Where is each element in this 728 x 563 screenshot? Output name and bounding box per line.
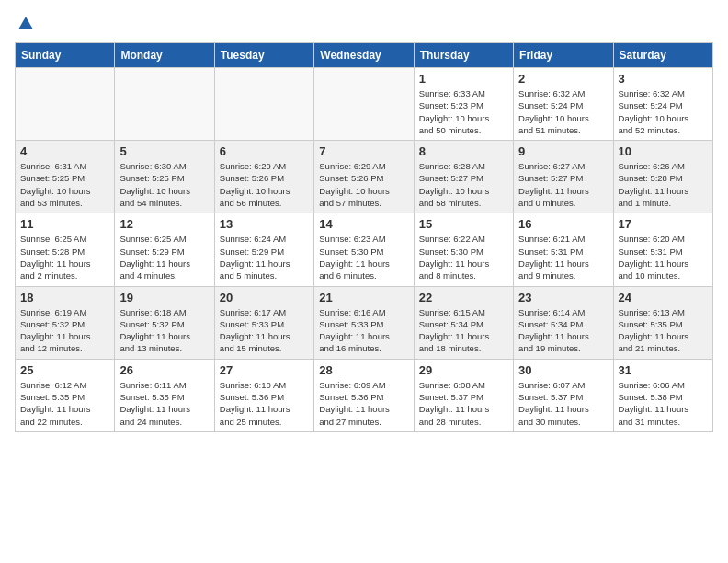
calendar-day-cell: 24Sunrise: 6:13 AM Sunset: 5:35 PM Dayli… — [613, 286, 712, 359]
day-info: Sunrise: 6:32 AM Sunset: 5:24 PM Dayligh… — [518, 87, 608, 136]
day-info: Sunrise: 6:17 AM Sunset: 5:33 PM Dayligh… — [220, 306, 309, 355]
day-number: 18 — [20, 291, 109, 304]
day-info: Sunrise: 6:18 AM Sunset: 5:32 PM Dayligh… — [119, 306, 209, 355]
calendar-day-cell: 29Sunrise: 6:08 AM Sunset: 5:37 PM Dayli… — [414, 359, 513, 431]
day-info: Sunrise: 6:11 AM Sunset: 5:35 PM Dayligh… — [119, 379, 209, 428]
svg-marker-0 — [18, 17, 33, 29]
calendar-day-cell — [214, 68, 313, 141]
day-number: 2 — [518, 72, 608, 86]
calendar-day-cell: 25Sunrise: 6:12 AM Sunset: 5:35 PM Dayli… — [16, 359, 115, 431]
calendar-day-cell: 31Sunrise: 6:06 AM Sunset: 5:38 PM Dayli… — [613, 359, 712, 431]
day-info: Sunrise: 6:12 AM Sunset: 5:35 PM Dayligh… — [20, 379, 109, 428]
calendar-day-cell: 15Sunrise: 6:22 AM Sunset: 5:30 PM Dayli… — [414, 213, 513, 286]
day-number: 28 — [319, 363, 408, 377]
day-info: Sunrise: 6:06 AM Sunset: 5:38 PM Dayligh… — [619, 379, 708, 428]
calendar-day-cell — [115, 68, 214, 141]
calendar-day-cell: 20Sunrise: 6:17 AM Sunset: 5:33 PM Dayli… — [214, 286, 313, 359]
logo — [15, 15, 35, 33]
day-info: Sunrise: 6:25 AM Sunset: 5:29 PM Dayligh… — [119, 233, 209, 282]
calendar-day-cell: 2Sunrise: 6:32 AM Sunset: 5:24 PM Daylig… — [514, 68, 613, 141]
column-header-saturday: Saturday — [613, 43, 712, 68]
day-number: 19 — [119, 291, 209, 304]
calendar-day-cell: 16Sunrise: 6:21 AM Sunset: 5:31 PM Dayli… — [514, 213, 613, 286]
day-info: Sunrise: 6:25 AM Sunset: 5:28 PM Dayligh… — [20, 233, 109, 282]
day-number: 15 — [419, 217, 508, 231]
day-info: Sunrise: 6:16 AM Sunset: 5:33 PM Dayligh… — [319, 306, 408, 355]
day-number: 26 — [119, 363, 209, 377]
day-info: Sunrise: 6:30 AM Sunset: 5:25 PM Dayligh… — [119, 160, 209, 209]
calendar-header-row: SundayMondayTuesdayWednesdayThursdayFrid… — [16, 43, 713, 68]
calendar-day-cell: 1Sunrise: 6:33 AM Sunset: 5:23 PM Daylig… — [414, 68, 513, 141]
day-number: 13 — [220, 217, 309, 231]
day-info: Sunrise: 6:07 AM Sunset: 5:37 PM Dayligh… — [518, 379, 608, 428]
calendar-day-cell: 13Sunrise: 6:24 AM Sunset: 5:29 PM Dayli… — [214, 213, 313, 286]
calendar-day-cell: 22Sunrise: 6:15 AM Sunset: 5:34 PM Dayli… — [414, 286, 513, 359]
column-header-friday: Friday — [514, 43, 613, 68]
calendar-day-cell: 12Sunrise: 6:25 AM Sunset: 5:29 PM Dayli… — [115, 213, 214, 286]
column-header-sunday: Sunday — [16, 43, 115, 68]
column-header-tuesday: Tuesday — [214, 43, 313, 68]
day-number: 20 — [220, 291, 309, 304]
day-info: Sunrise: 6:15 AM Sunset: 5:34 PM Dayligh… — [419, 306, 508, 355]
day-number: 12 — [119, 217, 209, 231]
day-info: Sunrise: 6:26 AM Sunset: 5:28 PM Dayligh… — [619, 160, 708, 209]
day-info: Sunrise: 6:23 AM Sunset: 5:30 PM Dayligh… — [319, 233, 408, 282]
calendar-day-cell: 28Sunrise: 6:09 AM Sunset: 5:36 PM Dayli… — [314, 359, 414, 431]
day-number: 3 — [619, 72, 708, 86]
day-info: Sunrise: 6:29 AM Sunset: 5:26 PM Dayligh… — [220, 160, 309, 209]
day-number: 5 — [119, 144, 209, 158]
day-number: 11 — [20, 217, 109, 231]
day-number: 27 — [220, 363, 309, 377]
calendar-day-cell: 6Sunrise: 6:29 AM Sunset: 5:26 PM Daylig… — [214, 141, 313, 213]
calendar-week-row: 1Sunrise: 6:33 AM Sunset: 5:23 PM Daylig… — [16, 68, 713, 141]
day-number: 16 — [518, 217, 608, 231]
day-number: 10 — [619, 144, 708, 158]
calendar-week-row: 18Sunrise: 6:19 AM Sunset: 5:32 PM Dayli… — [16, 286, 713, 359]
calendar-day-cell: 17Sunrise: 6:20 AM Sunset: 5:31 PM Dayli… — [613, 213, 712, 286]
calendar-day-cell: 9Sunrise: 6:27 AM Sunset: 5:27 PM Daylig… — [514, 141, 613, 213]
calendar-day-cell: 21Sunrise: 6:16 AM Sunset: 5:33 PM Dayli… — [314, 286, 414, 359]
day-info: Sunrise: 6:19 AM Sunset: 5:32 PM Dayligh… — [20, 306, 109, 355]
calendar-week-row: 4Sunrise: 6:31 AM Sunset: 5:25 PM Daylig… — [16, 141, 713, 213]
logo-icon — [17, 15, 35, 33]
calendar-week-row: 25Sunrise: 6:12 AM Sunset: 5:35 PM Dayli… — [16, 359, 713, 431]
day-info: Sunrise: 6:28 AM Sunset: 5:27 PM Dayligh… — [419, 160, 508, 209]
day-info: Sunrise: 6:21 AM Sunset: 5:31 PM Dayligh… — [518, 233, 608, 282]
day-number: 17 — [619, 217, 708, 231]
day-info: Sunrise: 6:20 AM Sunset: 5:31 PM Dayligh… — [619, 233, 708, 282]
day-number: 29 — [419, 363, 508, 377]
day-info: Sunrise: 6:08 AM Sunset: 5:37 PM Dayligh… — [419, 379, 508, 428]
day-number: 31 — [619, 363, 708, 377]
calendar-day-cell: 30Sunrise: 6:07 AM Sunset: 5:37 PM Dayli… — [514, 359, 613, 431]
calendar-day-cell: 4Sunrise: 6:31 AM Sunset: 5:25 PM Daylig… — [16, 141, 115, 213]
calendar-day-cell: 19Sunrise: 6:18 AM Sunset: 5:32 PM Dayli… — [115, 286, 214, 359]
day-info: Sunrise: 6:22 AM Sunset: 5:30 PM Dayligh… — [419, 233, 508, 282]
calendar-day-cell: 18Sunrise: 6:19 AM Sunset: 5:32 PM Dayli… — [16, 286, 115, 359]
day-number: 4 — [20, 144, 109, 158]
calendar-day-cell: 26Sunrise: 6:11 AM Sunset: 5:35 PM Dayli… — [115, 359, 214, 431]
day-number: 9 — [518, 144, 608, 158]
calendar-day-cell: 3Sunrise: 6:32 AM Sunset: 5:24 PM Daylig… — [613, 68, 712, 141]
calendar-day-cell: 7Sunrise: 6:29 AM Sunset: 5:26 PM Daylig… — [314, 141, 414, 213]
calendar-day-cell: 14Sunrise: 6:23 AM Sunset: 5:30 PM Dayli… — [314, 213, 414, 286]
day-info: Sunrise: 6:09 AM Sunset: 5:36 PM Dayligh… — [319, 379, 408, 428]
calendar-day-cell: 27Sunrise: 6:10 AM Sunset: 5:36 PM Dayli… — [214, 359, 313, 431]
day-info: Sunrise: 6:32 AM Sunset: 5:24 PM Dayligh… — [619, 87, 708, 136]
day-number: 14 — [319, 217, 408, 231]
day-number: 25 — [20, 363, 109, 377]
calendar-day-cell: 11Sunrise: 6:25 AM Sunset: 5:28 PM Dayli… — [16, 213, 115, 286]
calendar-week-row: 11Sunrise: 6:25 AM Sunset: 5:28 PM Dayli… — [16, 213, 713, 286]
day-number: 1 — [419, 72, 508, 86]
day-info: Sunrise: 6:24 AM Sunset: 5:29 PM Dayligh… — [220, 233, 309, 282]
day-info: Sunrise: 6:29 AM Sunset: 5:26 PM Dayligh… — [319, 160, 408, 209]
page-header — [15, 15, 713, 33]
day-number: 8 — [419, 144, 508, 158]
day-number: 24 — [619, 291, 708, 304]
column-header-wednesday: Wednesday — [314, 43, 414, 68]
calendar-day-cell: 10Sunrise: 6:26 AM Sunset: 5:28 PM Dayli… — [613, 141, 712, 213]
day-number: 30 — [518, 363, 608, 377]
calendar-table: SundayMondayTuesdayWednesdayThursdayFrid… — [15, 42, 713, 432]
day-info: Sunrise: 6:33 AM Sunset: 5:23 PM Dayligh… — [419, 87, 508, 136]
day-number: 23 — [518, 291, 608, 304]
column-header-monday: Monday — [115, 43, 214, 68]
